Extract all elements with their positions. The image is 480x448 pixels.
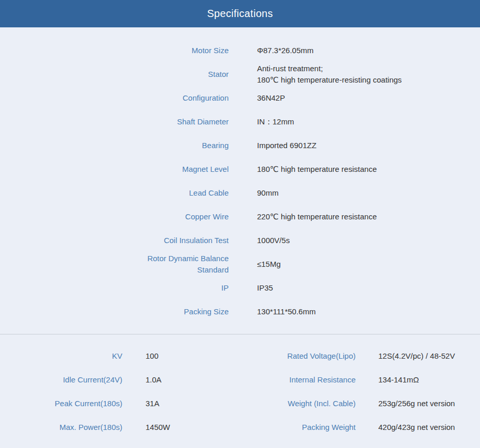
spec-value: 1.0A (146, 374, 240, 386)
spec-row: Coil Insulation Test 1000V/5s (0, 229, 480, 252)
spec-row: Bearing Imported 6901ZZ (0, 134, 480, 157)
spec-row: Motor Size Φ87.3*26.05mm (0, 39, 480, 62)
spec-label: IP (0, 282, 229, 294)
spec-row: Magnet Level 180℃ high temperature resis… (0, 157, 480, 181)
spec-value: 12S(4.2V/pc) / 48-52V (378, 350, 480, 362)
spec-row: Weight (Incl. Cable) 253g/256g net versi… (240, 392, 480, 415)
spec-label: Stator (0, 69, 229, 80)
spec-label: KV (0, 350, 122, 362)
spec-value: Anti-rust treatment; 180℃ high temperatu… (257, 63, 480, 86)
spec-label: Copper Wire (0, 211, 229, 222)
spec-label: Rated Voltage(Lipo) (240, 350, 356, 362)
performance-column-left: KV 100 Idle Current(24V) 1.0A Peak Curre… (0, 344, 240, 439)
spec-value: 220℃ high temperature resistance (257, 211, 480, 222)
spec-label: Idle Current(24V) (0, 374, 122, 386)
spec-value: Φ87.3*26.05mm (257, 45, 480, 56)
spec-row: Lead Cable 90mm (0, 181, 480, 205)
spec-row: Internal Resistance 134-141mΩ (240, 368, 480, 392)
spec-value: 134-141mΩ (378, 374, 480, 386)
spec-row: KV 100 (0, 344, 240, 368)
spec-label: Magnet Level (0, 164, 229, 175)
spec-row: Idle Current(24V) 1.0A (0, 368, 240, 392)
spec-label: Packing Size (0, 306, 229, 317)
spec-label: Peak Current(180s) (0, 398, 122, 409)
performance-column-right: Rated Voltage(Lipo) 12S(4.2V/pc) / 48-52… (240, 344, 480, 439)
spec-row: Max. Power(180s) 1450W (0, 415, 240, 439)
spec-label: Configuration (0, 92, 229, 104)
spec-row: Rotor Dynamic Balance Standard ≤15Mg (0, 252, 480, 276)
spec-label: Coil Insulation Test (0, 235, 229, 246)
spec-row: Rated Voltage(Lipo) 12S(4.2V/pc) / 48-52… (240, 344, 480, 368)
spec-value: IN：12mm (257, 116, 480, 127)
spec-row: IP IP35 (0, 276, 480, 300)
spec-value: ≤15Mg (257, 259, 480, 270)
spec-value: 420g/423g net version (378, 422, 480, 433)
spec-label: Max. Power(180s) (0, 422, 122, 433)
spec-label: Shaft Diameter (0, 116, 229, 127)
spec-label: Packing Weight (240, 422, 356, 433)
spec-value: 180℃ high temperature resistance (257, 164, 480, 175)
spec-value: 90mm (257, 187, 480, 199)
spec-value: Imported 6901ZZ (257, 140, 480, 151)
spec-label: Weight (Incl. Cable) (240, 398, 356, 409)
spec-row: Packing Weight 420g/423g net version (240, 415, 480, 439)
spec-value: 1000V/5s (257, 235, 480, 246)
spec-label: Rotor Dynamic Balance Standard (0, 253, 229, 276)
spec-row: Stator Anti-rust treatment; 180℃ high te… (0, 62, 480, 86)
spec-value: 31A (146, 398, 240, 409)
spec-value: 36N42P (257, 92, 480, 104)
spec-value: 1450W (146, 422, 240, 433)
spec-value: 253g/256g net version (378, 398, 480, 409)
spec-row: Configuration 36N42P (0, 86, 480, 110)
spec-row: Peak Current(180s) 31A (0, 392, 240, 415)
spec-value: 130*111*50.6mm (257, 306, 480, 317)
spec-value: IP35 (257, 282, 480, 294)
page-title: Specifications (207, 8, 273, 20)
spec-value: 100 (146, 350, 240, 362)
spec-label: Lead Cable (0, 187, 229, 199)
performance-table: KV 100 Idle Current(24V) 1.0A Peak Curre… (0, 334, 480, 439)
spec-table: Motor Size Φ87.3*26.05mm Stator Anti-rus… (0, 27, 480, 324)
specifications-header-bar: Specifications (0, 0, 480, 27)
spec-label: Motor Size (0, 45, 229, 56)
spec-label: Bearing (0, 140, 229, 151)
spec-row: Shaft Diameter IN：12mm (0, 110, 480, 134)
spec-row: Packing Size 130*111*50.6mm (0, 300, 480, 324)
spec-row: Copper Wire 220℃ high temperature resist… (0, 205, 480, 229)
spec-label: Internal Resistance (240, 374, 356, 386)
